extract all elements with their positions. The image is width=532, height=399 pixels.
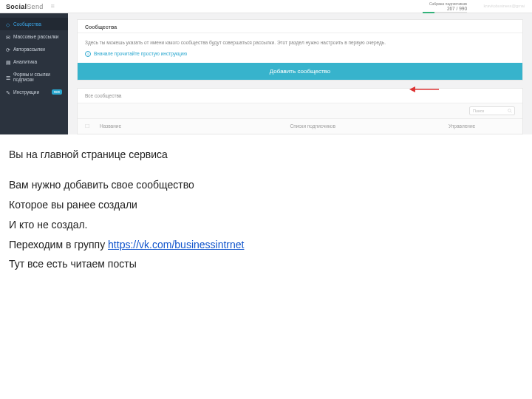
subscriber-stats: Собрано подписчиков 267 / 990: [423, 1, 467, 13]
all-communities-card: Все сообщества Поиск ☐ Название Списки п…: [77, 88, 523, 134]
auto-icon: ⟳: [6, 47, 10, 51]
search-icon: [508, 109, 512, 113]
hamburger-icon[interactable]: ≡: [51, 3, 55, 10]
instructions-icon: ✎: [6, 90, 10, 94]
search-placeholder: Поиск: [473, 109, 484, 113]
sidebar-item-instructions[interactable]: ✎ Инструкции new: [0, 86, 68, 98]
search-row: Поиск: [78, 103, 522, 119]
sidebar-item-label: Сообщества: [13, 21, 62, 27]
analytics-icon: ▤: [6, 60, 10, 64]
top-bar: SocialSend ≡ Собрано подписчиков 267 / 9…: [0, 0, 532, 13]
text-line-5: Переходим в группу https://vk.com/busine…: [9, 238, 523, 252]
search-input[interactable]: Поиск: [469, 106, 515, 115]
sidebar-item-communities[interactable]: ◇ Сообщества: [0, 18, 68, 30]
th-name: Название: [100, 123, 290, 129]
badge-new: new: [52, 89, 62, 95]
card-title: Сообщества: [78, 20, 522, 33]
svg-point-2: [508, 109, 511, 112]
sidebar-item-analytics[interactable]: ▤ Аналитика: [0, 55, 68, 68]
main-content: Сообщества Здесь ты можешь указать от им…: [68, 13, 532, 134]
add-community-button[interactable]: Добавить сообщество: [78, 63, 522, 80]
sidebar-item-forms[interactable]: ☰ Формы и ссылки подписки: [0, 68, 68, 86]
brand-logo: SocialSend: [0, 3, 44, 10]
sidebar-item-label: Массовые рассылки: [13, 34, 62, 39]
sidebar-item-mass-mail[interactable]: ✉ Массовые рассылки: [0, 30, 68, 43]
text-line-4: И кто не создал.: [9, 218, 523, 232]
text-line-6: Тут все есть читаем посты: [9, 257, 523, 271]
text-line-5-prefix: Переходим в группу: [9, 239, 108, 250]
sidebar-item-label: Инструкции: [13, 89, 48, 95]
forms-icon: ☰: [6, 75, 10, 79]
instruction-link[interactable]: i Вначале прочитайте простую инструкцию: [85, 51, 515, 57]
instruction-link-label: Вначале прочитайте простую инструкцию: [94, 51, 187, 56]
all-communities-title: Все сообщества: [78, 89, 522, 103]
text-line-2: Вам нужно добавить свое сообщество: [9, 178, 523, 192]
user-email[interactable]: kravitobusiness@gmai: [484, 4, 525, 8]
brand-part1: Social: [6, 3, 27, 10]
vk-group-link[interactable]: https://vk.com/businessintrnet: [108, 239, 244, 250]
th-lists: Списки подписчиков: [290, 123, 449, 129]
app-screenshot: SocialSend ≡ Собрано подписчиков 267 / 9…: [0, 0, 532, 134]
text-line-3: Которое вы ранее создали: [9, 198, 523, 212]
info-icon: i: [85, 51, 91, 57]
brand-part2: Send: [27, 3, 43, 10]
checkbox-header[interactable]: ☐: [85, 123, 100, 129]
svg-line-3: [511, 111, 512, 112]
sidebar-item-label: Авторассылки: [13, 47, 62, 52]
sidebar-item-auto-mail[interactable]: ⟳ Авторассылки: [0, 43, 68, 55]
sidebar-item-label: Аналитика: [13, 59, 62, 64]
communities-card: Сообщества Здесь ты можешь указать от им…: [77, 19, 523, 81]
instruction-text: Вы на главной странице сервиса Вам нужно…: [0, 134, 532, 284]
text-line-1: Вы на главной странице сервиса: [9, 148, 523, 162]
sidebar-item-label: Формы и ссылки подписки: [13, 72, 62, 82]
th-manage: Управление: [449, 123, 515, 129]
help-text: Здесь ты можешь указать от имени какого …: [85, 39, 515, 47]
stats-count: 267 / 990: [423, 6, 467, 11]
table-header: ☐ Название Списки подписчиков Управление: [78, 119, 522, 134]
mail-icon: ✉: [6, 35, 10, 38]
sidebar: ◇ Сообщества ✉ Массовые рассылки ⟳ Автор…: [0, 13, 68, 134]
community-icon: ◇: [6, 22, 10, 26]
